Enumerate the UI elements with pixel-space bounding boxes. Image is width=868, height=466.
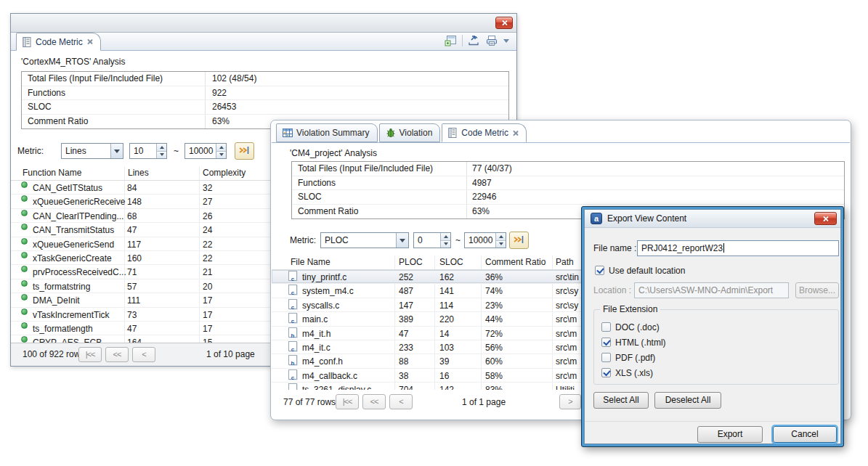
sloc-value: 142 [439, 383, 454, 390]
file-name-input[interactable]: PRJ0412_reportW23 [637, 240, 839, 256]
html-checkbox[interactable] [601, 338, 611, 347]
view-menu-icon[interactable] [503, 39, 509, 43]
footer-divider [585, 421, 840, 422]
function-dot-icon [21, 252, 28, 258]
path-value: src\m [556, 369, 577, 383]
c-file-icon: c [288, 383, 297, 390]
configure-metrics-icon[interactable] [445, 35, 457, 46]
sloc-value: 14 [439, 327, 449, 340]
ratio-value: 36% [485, 271, 503, 284]
ratio-value: 60% [485, 355, 503, 368]
column-header[interactable]: Path [556, 257, 574, 267]
file-name: syscalls.c [302, 299, 339, 312]
analysis-title: 'CortexM4_RTOS' Analysis [21, 57, 126, 67]
metric-max-value: 10000 [469, 235, 492, 245]
summary-row: SLOC 22946 [292, 190, 844, 205]
complexity-value: 17 [203, 322, 212, 335]
xls-checkbox[interactable] [601, 368, 611, 377]
lines-value: 57 [127, 280, 137, 293]
window-titlebar[interactable] [11, 14, 516, 33]
sloc-value: 16 [439, 369, 449, 383]
metric-select[interactable]: Lines [61, 143, 123, 159]
tab-label: Code Metric [36, 37, 83, 47]
lines-value: 73 [127, 308, 137, 322]
metric-select[interactable]: PLOC [320, 232, 409, 248]
metric-max-value: 10000 [189, 146, 213, 156]
function-dot-icon [21, 238, 28, 245]
file-name-label: File name : [593, 243, 636, 253]
print-icon[interactable] [485, 35, 498, 46]
first-page-button[interactable]: |<< [336, 394, 359, 409]
file-name: main.c [302, 313, 328, 326]
tab-violation-summary[interactable]: Violation Summary [276, 123, 378, 142]
column-header[interactable]: Function Name [23, 168, 81, 178]
export-button[interactable]: Export [697, 426, 763, 443]
ploc-value: 252 [399, 271, 413, 284]
browse-button: Browse... [795, 282, 839, 298]
metric-label: Metric: [17, 146, 44, 156]
complexity-value: 15 [203, 336, 212, 343]
summary-value: 922 [212, 88, 227, 98]
window-close-button[interactable] [495, 17, 513, 29]
column-header[interactable]: PLOC [399, 257, 423, 267]
tab-close-icon[interactable] [512, 130, 519, 136]
summary-label: Functions [28, 88, 65, 98]
select-all-button[interactable]: Select All [593, 392, 649, 409]
c-file-icon: c [288, 369, 297, 380]
path-value: src\sy [556, 285, 578, 298]
dialog-titlebar[interactable]: Export View Content [585, 210, 840, 228]
metric-max-spinner[interactable]: 10000 [464, 232, 506, 248]
use-default-location-checkbox[interactable] [595, 266, 604, 275]
complexity-value: 32 [203, 181, 212, 195]
tab-code-metric[interactable]: Code Metric [442, 123, 527, 142]
spinner-arrows[interactable] [216, 144, 226, 158]
close-icon [501, 20, 508, 26]
apply-metric-filter-button[interactable] [509, 232, 529, 249]
column-header[interactable]: SLOC [439, 257, 463, 267]
c-file-icon: c [288, 285, 297, 295]
metric-max-spinner[interactable]: 10000 [184, 143, 227, 159]
fast-prev-page-button[interactable]: << [105, 347, 129, 362]
column-header[interactable]: Complexity [203, 168, 246, 178]
column-header[interactable]: Comment Ratio [485, 257, 545, 267]
ploc-value: 389 [399, 313, 413, 326]
tab-close-icon[interactable] [86, 38, 93, 45]
lines-value: 84 [127, 181, 137, 195]
prev-page-button[interactable]: < [389, 394, 413, 409]
pdf-checkbox[interactable] [601, 353, 611, 362]
summary-row: Total Files (Input File/Included File) 1… [22, 72, 508, 86]
function-name: CAN_GetITStatus [33, 181, 102, 195]
first-page-button[interactable]: |<< [78, 347, 102, 362]
summary-label: Total Files (Input File/Included File) [298, 163, 433, 173]
sloc-value: 103 [439, 341, 454, 354]
function-dot-icon [21, 336, 28, 343]
chevron-down-icon[interactable] [396, 233, 408, 248]
spinner-arrows[interactable] [156, 144, 166, 158]
row-count-text: 100 of 922 rows [23, 349, 84, 359]
prev-page-button[interactable]: < [132, 347, 155, 362]
chevron-down-icon[interactable] [110, 144, 123, 158]
spinner-arrows[interactable] [440, 233, 450, 248]
deselect-all-button[interactable]: Deselect All [654, 392, 721, 409]
tab-violation[interactable]: Violation [379, 123, 441, 142]
ploc-value: 487 [399, 285, 413, 298]
fast-prev-page-button[interactable]: << [362, 394, 386, 409]
tab-code-metric[interactable]: Code Metric [16, 33, 101, 51]
cancel-button[interactable]: Cancel [773, 426, 837, 443]
function-dot-icon [21, 308, 28, 315]
spinner-arrows[interactable] [495, 233, 506, 248]
function-name: CAN_TransmitStatus [33, 224, 114, 237]
metric-min-spinner[interactable]: 10 [129, 143, 167, 159]
function-name: ts_formatstring [33, 280, 90, 293]
file-name: tiny_printf.c [302, 271, 346, 284]
next-page-button[interactable]: > [559, 394, 581, 409]
dialog-close-button[interactable] [814, 212, 837, 225]
function-name: prvProcessReceivedC... [33, 266, 126, 279]
column-header[interactable]: File Name [291, 257, 330, 267]
c-file-icon: c [288, 341, 297, 351]
export-icon[interactable] [468, 35, 480, 46]
apply-metric-filter-button[interactable] [235, 142, 254, 160]
column-header[interactable]: Lines [128, 168, 149, 178]
doc-checkbox[interactable] [601, 322, 611, 332]
metric-min-spinner[interactable]: 0 [413, 232, 451, 248]
